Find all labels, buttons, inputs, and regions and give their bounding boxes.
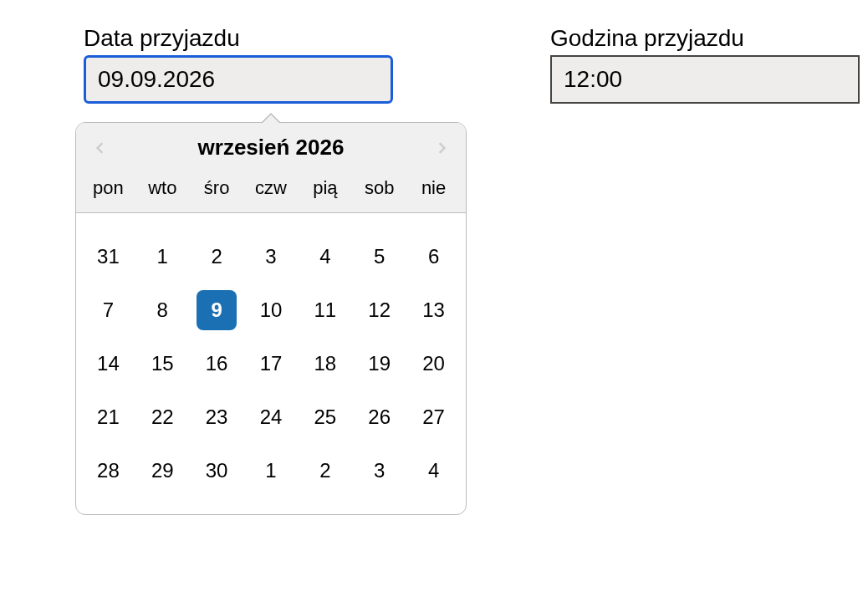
calendar-day[interactable]: 17 <box>244 337 299 390</box>
weekday-header: śro <box>190 172 244 204</box>
next-month-button[interactable] <box>434 140 451 156</box>
calendar-day[interactable]: 15 <box>135 337 190 390</box>
calendar-day-number: 29 <box>142 451 182 491</box>
calendar-day-number: 2 <box>197 237 237 277</box>
calendar-day-number: 23 <box>197 397 237 437</box>
calendar-day[interactable]: 4 <box>298 230 352 283</box>
calendar-day[interactable]: 14 <box>81 337 135 390</box>
calendar-day[interactable]: 7 <box>81 283 135 337</box>
calendar-day[interactable]: 11 <box>298 283 352 337</box>
calendar-day-number: 24 <box>251 397 291 437</box>
calendar-day[interactable]: 21 <box>81 390 135 444</box>
calendar-day[interactable]: 4 <box>406 444 461 497</box>
calendar-day-number: 12 <box>360 290 400 330</box>
calendar-day-number: 18 <box>305 344 345 384</box>
calendar-day[interactable]: 12 <box>352 283 406 337</box>
calendar-day-number: 19 <box>360 344 400 384</box>
chevron-right-icon <box>434 140 451 156</box>
prev-month-button[interactable] <box>91 140 108 156</box>
arrival-date-input[interactable] <box>84 55 393 104</box>
calendar-day-number: 8 <box>142 290 182 330</box>
arrival-time-label: Godzina przyjazdu <box>550 25 860 52</box>
arrival-time-field: Godzina przyjazdu <box>550 25 860 515</box>
calendar-day[interactable]: 1 <box>135 230 190 283</box>
calendar-day[interactable]: 5 <box>352 230 406 283</box>
calendar-day[interactable]: 29 <box>135 444 190 497</box>
weekday-header: wto <box>135 172 190 204</box>
calendar-day[interactable]: 20 <box>406 337 461 390</box>
calendar-day[interactable]: 2 <box>190 230 244 283</box>
weekday-header: sob <box>352 172 406 204</box>
calendar-day-number: 30 <box>197 451 237 491</box>
calendar-day-number: 11 <box>305 290 345 330</box>
calendar-day-number: 16 <box>197 344 237 384</box>
calendar-day-number: 28 <box>88 451 128 491</box>
calendar-day-number: 1 <box>251 451 291 491</box>
calendar-day-number: 15 <box>142 344 182 384</box>
weekday-header: nie <box>406 172 461 204</box>
arrival-date-label: Data przyjazdu <box>84 25 467 52</box>
calendar-day[interactable]: 28 <box>81 444 135 497</box>
datepicker-month-title: wrzesień 2026 <box>198 135 345 161</box>
calendar-day-number: 2 <box>305 451 345 491</box>
calendar-day[interactable]: 10 <box>244 283 299 337</box>
calendar-day[interactable]: 30 <box>190 444 244 497</box>
calendar-day[interactable]: 24 <box>244 390 299 444</box>
calendar-day[interactable]: 16 <box>190 337 244 390</box>
calendar-day-number: 14 <box>88 344 128 384</box>
weekday-header: czw <box>244 172 299 204</box>
calendar-day-number: 25 <box>305 397 345 437</box>
calendar-day-number: 4 <box>414 451 454 491</box>
arrival-date-field: Data przyjazdu wrzesień 2026 ponwtośrocz… <box>84 25 467 515</box>
chevron-left-icon <box>91 140 108 156</box>
calendar-day-number: 13 <box>414 290 454 330</box>
calendar-day[interactable]: 26 <box>352 390 406 444</box>
calendar-day-number: 4 <box>305 237 345 277</box>
calendar-day[interactable]: 18 <box>298 337 352 390</box>
calendar-day[interactable]: 3 <box>352 444 406 497</box>
calendar-day[interactable]: 19 <box>352 337 406 390</box>
calendar-day[interactable]: 3 <box>244 230 299 283</box>
calendar-day-number: 31 <box>88 237 128 277</box>
calendar-day[interactable]: 22 <box>135 390 190 444</box>
calendar-day[interactable]: 9 <box>190 283 244 337</box>
calendar-day[interactable]: 13 <box>406 283 461 337</box>
calendar-day-number: 17 <box>251 344 291 384</box>
calendar-day-number: 20 <box>414 344 454 384</box>
calendar-day-number: 3 <box>251 237 291 277</box>
calendar-day[interactable]: 1 <box>244 444 299 497</box>
weekday-header: pią <box>298 172 352 204</box>
arrival-time-input[interactable] <box>550 55 860 104</box>
calendar-day-number: 9 <box>197 290 237 330</box>
calendar-day-number: 3 <box>360 451 400 491</box>
datepicker: wrzesień 2026 ponwtośroczwpiąsobnie 3112… <box>75 122 467 515</box>
calendar-day-number: 26 <box>360 397 400 437</box>
calendar-day[interactable]: 31 <box>81 230 135 283</box>
calendar-day[interactable]: 2 <box>298 444 352 497</box>
calendar-day[interactable]: 6 <box>406 230 461 283</box>
calendar-day-number: 21 <box>88 397 128 437</box>
calendar-day-number: 6 <box>414 237 454 277</box>
calendar-day-number: 27 <box>414 397 454 437</box>
calendar-day[interactable]: 27 <box>406 390 461 444</box>
calendar-day[interactable]: 25 <box>298 390 352 444</box>
weekday-header: pon <box>81 172 135 204</box>
calendar-day-number: 7 <box>88 290 128 330</box>
calendar-day-number: 10 <box>251 290 291 330</box>
calendar-day-number: 5 <box>360 237 400 277</box>
calendar-day-number: 22 <box>142 397 182 437</box>
datepicker-pointer <box>261 113 281 123</box>
calendar-day[interactable]: 23 <box>190 390 244 444</box>
calendar-day[interactable]: 8 <box>135 283 190 337</box>
calendar-day-number: 1 <box>142 237 182 277</box>
